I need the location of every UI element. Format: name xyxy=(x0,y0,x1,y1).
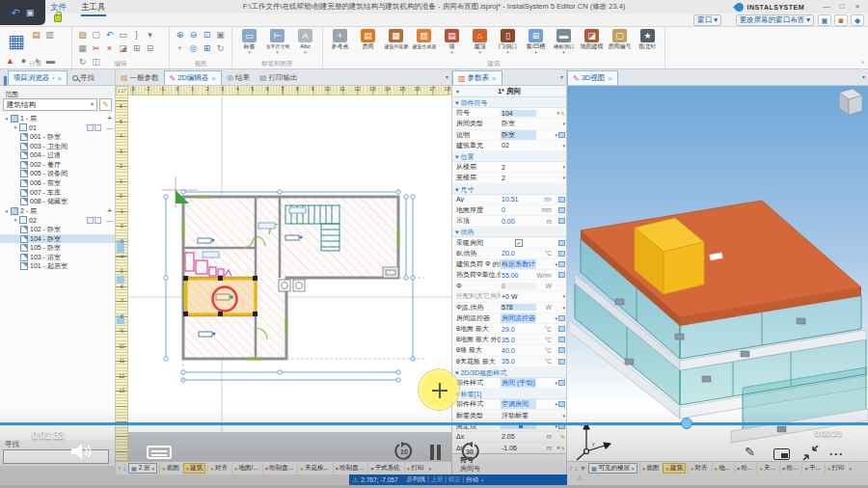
zoom-sel-icon[interactable]: ▣ xyxy=(214,29,227,41)
volume-icon[interactable] xyxy=(69,443,93,460)
pick-icon[interactable]: ▾ xyxy=(144,29,156,41)
drawing-canvas[interactable] xyxy=(128,95,451,461)
property-value[interactable]: 卧室 xyxy=(501,130,536,140)
toggle-对齐[interactable]: ●对齐 xyxy=(688,463,710,474)
close-icon[interactable]: × xyxy=(57,74,62,83)
property-section[interactable]: ▾ 尺寸 xyxy=(452,184,566,195)
tab-overflow-icon[interactable]: ▾ xyxy=(862,73,865,80)
tree-item[interactable]: ▾02— xyxy=(0,216,115,226)
property-row[interactable]: 采暖房间✓ xyxy=(452,237,566,248)
cut-icon[interactable]: ✂ xyxy=(90,42,102,55)
link-icon[interactable] xyxy=(558,132,565,138)
link-icon[interactable] xyxy=(558,359,565,365)
layout-menu-button[interactable]: 更改屏幕的窗口布置 ▾ xyxy=(736,14,814,26)
rewind-10-button[interactable]: 10 xyxy=(392,442,417,463)
exit-fullscreen-icon[interactable] xyxy=(802,446,820,461)
mode-自动[interactable]: 自动 xyxy=(466,475,478,482)
property-row[interactable]: 部件样式房间 (手动)▾ xyxy=(452,378,566,389)
tree-item[interactable]: 104 - 卧室 xyxy=(0,234,115,244)
toggle-打印[interactable]: ●打印 xyxy=(404,463,426,474)
tab-overflow-icon[interactable]: ▾ xyxy=(560,73,563,80)
generator-button[interactable]: ▥建筑生成器 xyxy=(411,29,437,54)
tree-item[interactable]: 103 - 浴室 xyxy=(0,253,115,262)
subtitles-icon[interactable] xyxy=(147,446,172,459)
property-row[interactable]: 房间类型卧室▾ xyxy=(452,119,566,129)
find-input[interactable] xyxy=(3,449,109,464)
tab-2D编辑器[interactable]: ✎2D编辑器× xyxy=(164,70,222,85)
zoom-fit-icon[interactable]: ⊡ xyxy=(201,29,213,41)
scope-edit-button[interactable]: ✎ xyxy=(99,98,112,111)
property-value[interactable]: +0 W xyxy=(501,293,536,300)
property-value[interactable]: 104 xyxy=(501,110,536,117)
property-value[interactable]: 卧室 xyxy=(501,119,536,128)
property-row[interactable]: θi,供热20.0°C xyxy=(452,249,566,259)
property-value[interactable]: 2 xyxy=(501,164,536,171)
brace-icon[interactable]: } xyxy=(130,29,143,41)
toggle-打印[interactable]: ●打印 xyxy=(825,463,847,474)
link-icon[interactable] xyxy=(558,207,565,213)
align-icon[interactable]: ⊟ xyxy=(144,42,156,55)
property-section[interactable]: ▾ 供热 xyxy=(452,227,566,237)
reference-point-button[interactable]: +参考点 xyxy=(327,29,353,54)
toggle-地面/...[interactable]: ●地面/... xyxy=(231,463,260,474)
tab-一般参数[interactable]: ▤一般参数 xyxy=(116,70,164,85)
tab-project-browser[interactable]: 项目浏览器 ▪ × xyxy=(8,70,68,85)
toggle-绘制盘...[interactable]: ×绘制盘... xyxy=(333,463,366,474)
tree-item[interactable]: ▾2 - 层+ xyxy=(0,206,115,216)
copy-icon[interactable]: ▢ xyxy=(90,29,102,41)
pencil-icon[interactable]: ✎ xyxy=(560,110,565,117)
toggle-底图[interactable]: ●底图 xyxy=(639,463,662,474)
tree-item[interactable]: 105 - 卧室 xyxy=(0,243,115,253)
viewport-3d[interactable]: y z xyxy=(567,86,868,461)
select-frame-icon[interactable]: ▭ xyxy=(117,29,129,41)
property-row[interactable]: 标签类型浮动标签▾ xyxy=(452,410,566,420)
property-value[interactable]: 10.51 xyxy=(501,196,536,203)
chevron-down-icon[interactable]: ▾ xyxy=(3,208,11,214)
toggle-绘...[interactable]: ×绘... xyxy=(779,463,800,474)
chevron-down-icon[interactable]: ▾ xyxy=(555,401,557,407)
quick-access-toolbar[interactable]: ↶ ▣ xyxy=(0,0,45,25)
toggle-干式系统[interactable]: ×干式系统 xyxy=(367,463,402,474)
property-value[interactable]: -1.06 xyxy=(501,445,536,451)
mode-步列线[interactable]: 步列线 xyxy=(407,475,426,482)
toggle-绘制盘...[interactable]: ×绘制盘... xyxy=(262,463,295,474)
tab-打印输出[interactable]: ▤打印输出 xyxy=(255,70,303,85)
checkbox-checked-icon[interactable]: ✓ xyxy=(515,239,523,247)
remove-icon[interactable]: — xyxy=(106,217,113,224)
toggle-底图[interactable]: ●底图 xyxy=(159,463,181,474)
link-icon[interactable] xyxy=(558,347,565,353)
property-row[interactable]: θ地面 最大29.0°C xyxy=(452,324,566,335)
maximize-button[interactable]: □ xyxy=(835,2,849,12)
filter-icon[interactable]: ▼ xyxy=(580,465,586,472)
property-value[interactable]: 20.0 xyxy=(501,250,536,257)
tree-item[interactable]: 101 - 起居室 xyxy=(0,262,115,272)
tree-item[interactable]: 008 - 储藏室 xyxy=(0,197,115,206)
property-row[interactable]: 符号104▾✎ xyxy=(452,108,566,119)
chevron-down-icon[interactable]: ▾ xyxy=(428,466,431,472)
room-button[interactable]: ▤房间 xyxy=(355,29,381,54)
chevron-down-icon[interactable]: ▾ xyxy=(555,380,557,386)
property-row[interactable]: 说明卧室▾ xyxy=(452,130,566,141)
layer-down-icon[interactable]: ↓ xyxy=(575,465,579,472)
toggle-绘...[interactable]: ×绘... xyxy=(734,463,754,474)
chevron-down-icon[interactable]: ▾ xyxy=(850,466,853,472)
chevron-down-icon[interactable]: ▾ xyxy=(481,477,484,483)
chevron-down-icon[interactable]: ▾ xyxy=(534,50,537,54)
add-icon[interactable]: + xyxy=(107,206,112,215)
options-icon[interactable]: ▤ xyxy=(30,29,42,41)
zoom-prev-icon[interactable]: ◎ xyxy=(187,42,200,55)
tree-item[interactable]: 004 - 过道 xyxy=(0,150,115,160)
chevron-down-icon[interactable]: ▾ xyxy=(556,445,559,451)
pause-button[interactable] xyxy=(430,445,442,460)
chevron-down-icon[interactable]: ▾ xyxy=(248,50,251,54)
tab-overflow-icon[interactable]: ▾ xyxy=(446,73,448,80)
close-icon[interactable]: × xyxy=(492,74,497,83)
chevron-down-icon[interactable]: ▾ xyxy=(506,50,509,54)
link-icon[interactable] xyxy=(558,272,565,278)
property-row[interactable]: θ墙 最大40.0°C xyxy=(452,345,566,356)
chevron-down-icon[interactable]: ▾ xyxy=(562,164,565,170)
zoom-win-icon[interactable]: ⊞ xyxy=(201,42,213,55)
table-icon[interactable]: ▦ xyxy=(76,42,89,55)
unit-tool-icon[interactable] xyxy=(95,217,101,224)
screen-layout-icon[interactable]: ▣ xyxy=(818,14,831,26)
